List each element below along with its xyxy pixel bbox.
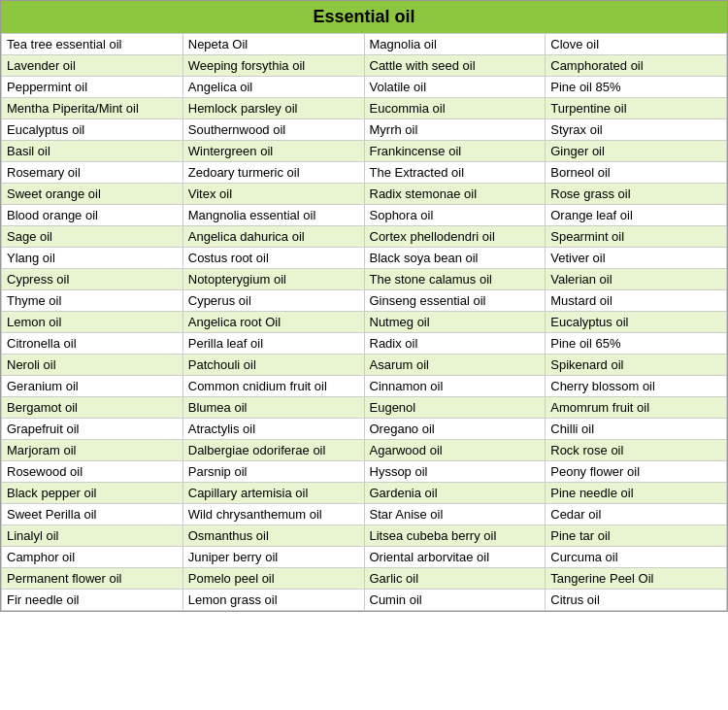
table-row: Citronella oilPerilla leaf oilRadix oilP… <box>2 333 727 355</box>
table-cell: Peony flower oil <box>546 461 727 483</box>
table-cell: Blood orange oil <box>2 205 183 226</box>
table-cell: Turpentine oil <box>546 98 727 119</box>
table-row: Sage oilAngelica dahurica oilCortex phel… <box>2 226 727 248</box>
table-cell: Pine tar oil <box>546 525 727 547</box>
table-cell: Tangerine Peel Oil <box>546 568 727 590</box>
table-cell: Angelica oil <box>182 77 364 98</box>
table-cell: Star Anise oil <box>364 504 546 525</box>
table-cell: Costus root oil <box>182 248 364 269</box>
table-cell: Spearmint oil <box>546 226 727 248</box>
table-cell: Valerian oil <box>546 269 727 290</box>
table-cell: Southernwood oil <box>182 119 364 141</box>
table-cell: Rosewood oil <box>2 461 183 483</box>
table-cell: Thyme oil <box>2 290 183 312</box>
table-cell: Blumea oil <box>182 397 364 419</box>
table-row: Blood orange oilMangnolia essential oilS… <box>2 205 727 226</box>
table-cell: Capillary artemisia oil <box>182 483 364 504</box>
table-cell: Citronella oil <box>2 333 183 355</box>
table-cell: Mangnolia essential oil <box>182 205 364 226</box>
table-cell: Parsnip oil <box>182 461 364 483</box>
table-row: Geranium oilCommon cnidium fruit oilCinn… <box>2 376 727 397</box>
table-cell: Lavender oil <box>2 55 183 77</box>
table-cell: Rose grass oil <box>546 184 727 205</box>
table-cell: The Extracted oil <box>364 162 546 184</box>
table-row: Lavender oilWeeping forsythia oilCattle … <box>2 55 727 77</box>
table-cell: Zedoary turmeric oil <box>182 162 364 184</box>
essential-oil-table: Tea tree essential oilNepeta OilMagnolia… <box>1 33 727 611</box>
table-cell: Bergamot oil <box>2 397 183 419</box>
table-cell: Garlic oil <box>364 568 546 590</box>
table-cell: Pine needle oil <box>546 483 727 504</box>
table-row: Mentha Piperita/Mint oilHemlock parsley … <box>2 98 727 119</box>
table-cell: Lemon grass oil <box>182 590 364 611</box>
table-cell: Wild chrysanthemum oil <box>182 504 364 525</box>
table-cell: Geranium oil <box>2 376 183 397</box>
table-cell: Eucalyptus oil <box>546 312 727 333</box>
table-row: Black pepper oilCapillary artemisia oilG… <box>2 483 727 504</box>
table-cell: Hyssop oil <box>364 461 546 483</box>
table-row: Peppermint oilAngelica oilVolatile oilPi… <box>2 77 727 98</box>
table-row: Eucalyptus oilSouthernwood oilMyrrh oilS… <box>2 119 727 141</box>
table-cell: Clove oil <box>546 34 727 55</box>
table-cell: Black pepper oil <box>2 483 183 504</box>
table-cell: Angelica root Oil <box>182 312 364 333</box>
table-cell: Dalbergiae odoriferae oil <box>182 440 364 461</box>
table-cell: Cypress oil <box>2 269 183 290</box>
table-cell: Sweet Perilla oil <box>2 504 183 525</box>
table-cell: Vetiver oil <box>546 248 727 269</box>
table-row: Bergamot oilBlumea oilEugenolAmomrum fru… <box>2 397 727 419</box>
table-cell: Magnolia oil <box>364 34 546 55</box>
table-cell: Cyperus oil <box>182 290 364 312</box>
table-cell: Frankincense oil <box>364 141 546 162</box>
table-cell: Pine oil 65% <box>546 333 727 355</box>
table-row: Cypress oilNotopterygium oilThe stone ca… <box>2 269 727 290</box>
table-cell: Fir needle oil <box>2 590 183 611</box>
table-row: Lemon oilAngelica root OilNutmeg oilEuca… <box>2 312 727 333</box>
table-cell: Sage oil <box>2 226 183 248</box>
table-cell: Rock rose oil <box>546 440 727 461</box>
table-cell: Sophora oil <box>364 205 546 226</box>
table-cell: Sweet orange oil <box>2 184 183 205</box>
table-cell: Volatile oil <box>364 77 546 98</box>
table-cell: Ginger oil <box>546 141 727 162</box>
table-cell: Neroli oil <box>2 355 183 376</box>
table-cell: Eugenol <box>364 397 546 419</box>
table-cell: Cherry blossom oil <box>546 376 727 397</box>
table-cell: Lemon oil <box>2 312 183 333</box>
table-cell: Pomelo peel oil <box>182 568 364 590</box>
table-cell: Eucalyptus oil <box>2 119 183 141</box>
table-row: Tea tree essential oilNepeta OilMagnolia… <box>2 34 727 55</box>
table-cell: Wintergreen oil <box>182 141 364 162</box>
table-cell: Marjoram oil <box>2 440 183 461</box>
table-row: Ylang oilCostus root oilBlack soya bean … <box>2 248 727 269</box>
table-cell: Eucommia oil <box>364 98 546 119</box>
table-cell: Ginseng essential oil <box>364 290 546 312</box>
table-cell: Citrus oil <box>546 590 727 611</box>
table-row: Sweet orange oilVitex oilRadix stemonae … <box>2 184 727 205</box>
table-cell: Basil oil <box>2 141 183 162</box>
table-cell: Agarwood oil <box>364 440 546 461</box>
table-cell: Cattle with seed oil <box>364 55 546 77</box>
table-cell: Asarum oil <box>364 355 546 376</box>
table-cell: Mustard oil <box>546 290 727 312</box>
table-cell: Peppermint oil <box>2 77 183 98</box>
table-cell: Notopterygium oil <box>182 269 364 290</box>
table-cell: Osmanthus oil <box>182 525 364 547</box>
table-row: Rosemary oilZedoary turmeric oilThe Extr… <box>2 162 727 184</box>
table-title: Essential oil <box>1 1 727 33</box>
table-cell: Radix oil <box>364 333 546 355</box>
table-cell: Pine oil 85% <box>546 77 727 98</box>
table-row: Camphor oilJuniper berry oilOriental arb… <box>2 547 727 568</box>
table-cell: Radix stemonae oil <box>364 184 546 205</box>
table-cell: Gardenia oil <box>364 483 546 504</box>
table-cell: Mentha Piperita/Mint oil <box>2 98 183 119</box>
table-cell: Common cnidium fruit oil <box>182 376 364 397</box>
table-cell: Camphor oil <box>2 547 183 568</box>
table-cell: Linalyl oil <box>2 525 183 547</box>
table-row: Thyme oilCyperus oilGinseng essential oi… <box>2 290 727 312</box>
table-cell: Black soya bean oil <box>364 248 546 269</box>
table-cell: Oriental arborvitae oil <box>364 547 546 568</box>
table-row: Basil oilWintergreen oilFrankincense oil… <box>2 141 727 162</box>
table-row: Grapefruit oilAtractylis oilOregano oilC… <box>2 419 727 440</box>
table-cell: Nepeta Oil <box>182 34 364 55</box>
